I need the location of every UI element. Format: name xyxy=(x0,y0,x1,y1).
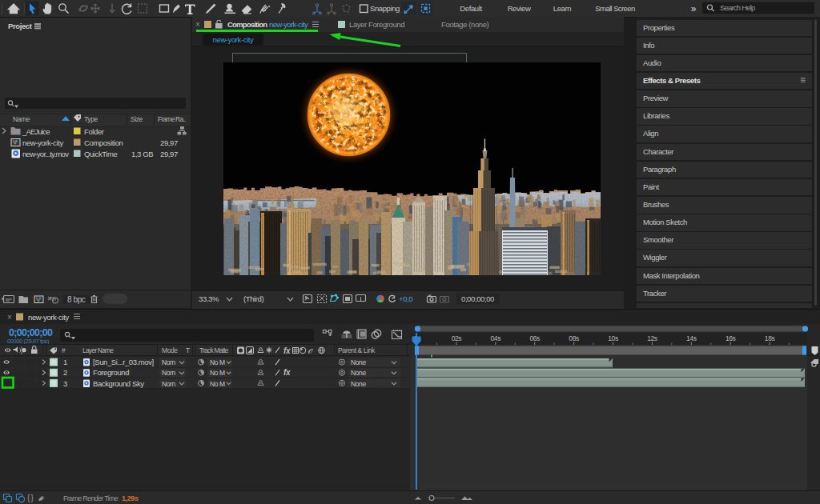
svg-text:+0,0: +0,0 xyxy=(399,294,412,303)
svg-text:{ }: { } xyxy=(27,494,34,502)
svg-text:×: × xyxy=(7,313,12,322)
svg-text:Norn: Norn xyxy=(162,380,175,388)
svg-text:Parent & Link: Parent & Link xyxy=(338,346,376,354)
svg-text:00000 (29.97 fps): 00000 (29.97 fps) xyxy=(7,338,50,345)
svg-text:14s: 14s xyxy=(686,334,697,342)
svg-text:Composition: Composition xyxy=(84,138,123,147)
svg-text:Frame Ra..: Frame Ra.. xyxy=(158,115,186,123)
svg-text:10s: 10s xyxy=(608,334,618,342)
svg-text:_AEJuice: _AEJuice xyxy=(22,127,50,136)
svg-text:Norn: Norn xyxy=(162,369,175,377)
svg-text:2: 2 xyxy=(63,368,67,377)
svg-text:QuickTime: QuickTime xyxy=(84,150,118,158)
svg-text:Search Help: Search Help xyxy=(720,3,755,12)
svg-text:new-york-city: new-york-city xyxy=(28,313,69,322)
svg-text:T: T xyxy=(186,346,190,354)
svg-text:new-york-city: new-york-city xyxy=(22,138,63,147)
svg-text:02s: 02s xyxy=(452,334,462,342)
svg-text:18s: 18s xyxy=(765,334,775,342)
svg-text:1,29s: 1,29s xyxy=(122,494,139,502)
svg-text:08s: 08s xyxy=(569,334,579,342)
svg-text:Snapping: Snapping xyxy=(370,4,400,13)
svg-text:29,97: 29,97 xyxy=(160,150,178,158)
svg-text:0;00;00;00: 0;00;00;00 xyxy=(461,294,494,303)
svg-text:1,3 GB: 1,3 GB xyxy=(131,150,153,158)
svg-text:[Sun_Si...r_03.mov]: [Sun_Si...r_03.mov] xyxy=(93,358,154,366)
svg-text:»: » xyxy=(691,3,697,14)
svg-text:Small Screen: Small Screen xyxy=(595,4,635,13)
svg-text:Norn: Norn xyxy=(162,358,175,366)
svg-text:None: None xyxy=(351,358,366,366)
svg-text:Background Sky: Background Sky xyxy=(93,379,144,388)
svg-text:33.3%: 33.3% xyxy=(199,294,219,303)
svg-text:Default: Default xyxy=(460,4,482,13)
svg-text:Size: Size xyxy=(131,115,143,123)
svg-text:None: None xyxy=(351,369,366,377)
svg-text:Frame Render Time: Frame Render Time xyxy=(63,494,119,502)
svg-text:Name: Name xyxy=(13,115,30,123)
svg-text:Folder: Folder xyxy=(84,127,104,136)
svg-text:29,97: 29,97 xyxy=(160,138,178,147)
svg-text:1: 1 xyxy=(63,358,67,366)
svg-text:Type: Type xyxy=(84,115,98,123)
svg-text:No M: No M xyxy=(210,369,225,377)
svg-text:None: None xyxy=(351,380,366,388)
svg-text:new-yor...ty.mov: new-yor...ty.mov xyxy=(22,150,69,158)
svg-text:Foreground: Foreground xyxy=(93,368,129,377)
svg-text:12s: 12s xyxy=(647,334,657,342)
svg-text:fx: fx xyxy=(283,346,291,355)
svg-text:Mode: Mode xyxy=(162,346,178,354)
svg-text:Track Matte: Track Matte xyxy=(199,346,229,354)
svg-text:04s: 04s xyxy=(491,334,501,342)
svg-text:(Third): (Third) xyxy=(243,294,263,303)
svg-text:06s: 06s xyxy=(529,334,540,342)
svg-text:Learn: Learn xyxy=(553,4,571,13)
svg-text:fx: fx xyxy=(283,368,291,377)
svg-text:16s: 16s xyxy=(726,334,736,342)
svg-text:Review: Review xyxy=(508,4,531,13)
svg-text:Layer Name: Layer Name xyxy=(82,346,114,354)
svg-text:3: 3 xyxy=(63,379,67,388)
svg-text:No M: No M xyxy=(210,380,225,388)
svg-text:#: # xyxy=(62,346,66,354)
svg-text:No M: No M xyxy=(210,358,225,366)
svg-text:8 bpc: 8 bpc xyxy=(67,295,86,304)
